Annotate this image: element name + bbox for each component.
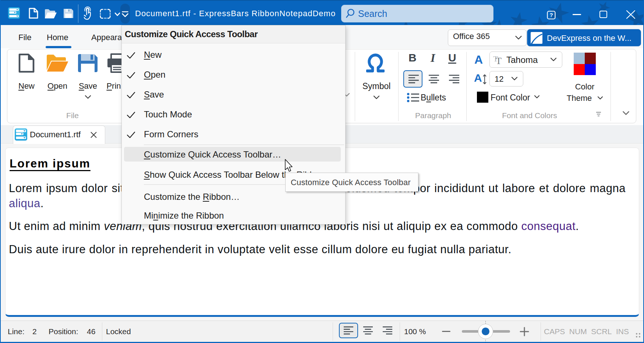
svg-text:?: ? — [549, 12, 553, 18]
